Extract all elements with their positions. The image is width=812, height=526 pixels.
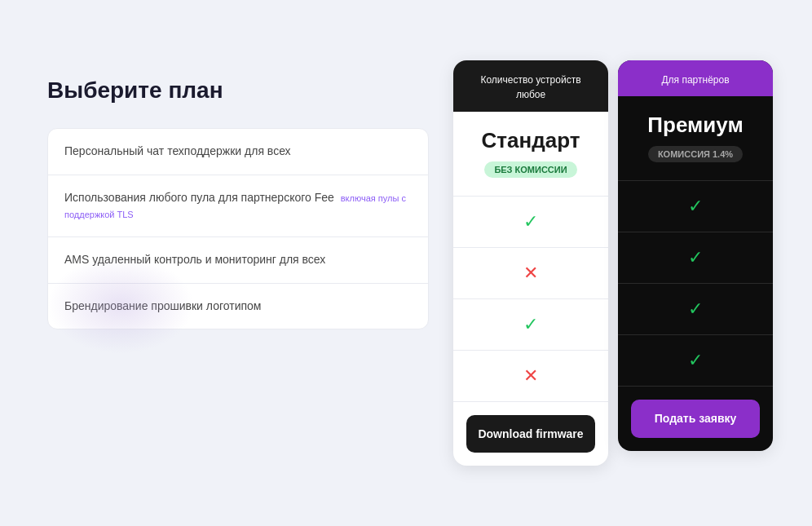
check-no-icon-2: ✕ <box>523 365 538 387</box>
premium-check-yes-icon-0: ✓ <box>688 196 703 217</box>
feature-item-0: Персональный чат техподдержки для всех <box>48 129 428 175</box>
standard-badge: БЕЗ КОМИССИИ <box>484 161 576 178</box>
standard-check-3: ✕ <box>453 350 608 401</box>
standard-check-0: ✓ <box>453 196 608 247</box>
check-yes-icon: ✓ <box>523 211 538 232</box>
standard-check-2: ✓ <box>453 298 608 350</box>
premium-check-yes-icon-3: ✓ <box>688 350 703 371</box>
page-title: Выберите план <box>47 77 429 104</box>
premium-checks: ✓ ✓ ✓ ✓ <box>618 180 773 386</box>
feature-item-3: Брендирование прошивки логотипом <box>48 284 428 329</box>
feature-text-0: Персональный чат техподдержки для всех <box>64 144 291 157</box>
features-list: Персональный чат техподдержки для всех И… <box>47 128 429 329</box>
standard-check-1: ✕ <box>453 247 608 298</box>
standard-badge-wrap: БЕЗ КОМИССИИ <box>453 161 608 196</box>
submit-application-button[interactable]: Подать заявку <box>631 400 760 437</box>
download-firmware-button[interactable]: Download firmware <box>466 415 595 453</box>
left-section: Выберите план Персональный чат техподдер… <box>39 60 453 347</box>
standard-footer: Download firmware <box>453 401 608 466</box>
feature-item-2: AMS удаленный контроль и мониторинг для … <box>48 237 428 284</box>
premium-check-yes-icon-2: ✓ <box>688 298 703 320</box>
standard-header-label: Количество устройств любое <box>480 74 580 101</box>
standard-checks: ✓ ✕ ✓ ✕ <box>453 196 608 401</box>
feature-text-3: Брендирование прошивки логотипом <box>64 299 261 312</box>
premium-footer: Подать заявку <box>618 386 773 450</box>
check-yes-icon-2: ✓ <box>523 314 538 335</box>
standard-plan-name: Стандарт <box>453 112 608 161</box>
premium-plan-name: Премиум <box>618 96 773 146</box>
premium-badge-wrap: КОМИССИЯ 1.4% <box>618 146 773 180</box>
premium-badge: КОМИССИЯ 1.4% <box>648 146 743 162</box>
premium-check-yes-icon-1: ✓ <box>688 247 703 268</box>
plans-section: Количество устройств любое Стандарт БЕЗ … <box>453 60 773 466</box>
premium-check-2: ✓ <box>618 283 773 334</box>
feature-item-1: Использования любого пула для партнерско… <box>48 175 428 237</box>
premium-check-3: ✓ <box>618 334 773 386</box>
standard-header: Количество устройств любое <box>453 60 608 112</box>
premium-header: Для партнёров <box>618 60 773 97</box>
feature-text-2: AMS удаленный контроль и мониторинг для … <box>64 253 325 266</box>
plan-card-standard: Количество устройств любое Стандарт БЕЗ … <box>453 60 608 466</box>
main-container: Выберите план Персональный чат техподдер… <box>39 60 773 466</box>
premium-check-1: ✓ <box>618 232 773 283</box>
check-no-icon: ✕ <box>523 263 538 284</box>
plan-card-premium: Для партнёров Премиум КОМИССИЯ 1.4% ✓ ✓ … <box>618 60 773 451</box>
premium-header-label: Для партнёров <box>661 74 729 86</box>
feature-text-1: Использования любого пула для партнерско… <box>64 191 334 204</box>
premium-check-0: ✓ <box>618 180 773 232</box>
